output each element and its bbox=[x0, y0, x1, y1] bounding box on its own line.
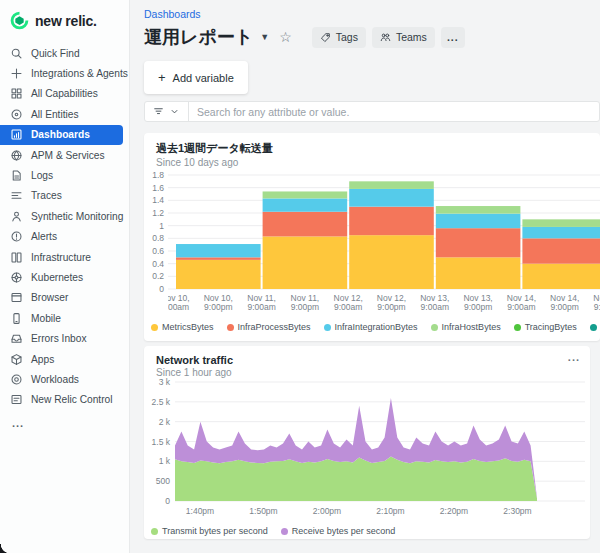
new-relic-logo[interactable]: new relic. bbox=[0, 0, 129, 34]
sidebar-item-label: Logs bbox=[31, 170, 53, 181]
area-chart-legend: Transmit bytes per secondReceive bytes p… bbox=[144, 524, 590, 536]
plus-icon bbox=[10, 67, 23, 80]
area-chart[interactable]: 05001 k1.5 k2 k2.5 k3 k1:40pm1:50pm2:00p… bbox=[144, 378, 590, 524]
header-more-button[interactable]: ... bbox=[441, 27, 465, 48]
chevron-down-icon bbox=[169, 106, 180, 117]
bar-segment[interactable] bbox=[522, 219, 600, 227]
logs-icon bbox=[10, 169, 23, 182]
sidebar-item-alerts[interactable]: Alerts bbox=[0, 227, 129, 247]
sidebar-item-label: Errors Inbox bbox=[31, 333, 86, 344]
sidebar-item-logs[interactable]: Logs bbox=[0, 165, 129, 185]
add-variable-button[interactable]: + Add variable bbox=[144, 61, 248, 94]
filter-icon bbox=[153, 106, 164, 117]
teams-button[interactable]: Teams bbox=[372, 27, 435, 48]
area-series-transmit[interactable] bbox=[175, 457, 537, 501]
legend-item[interactable]: Receive bytes per second bbox=[281, 526, 396, 536]
bar-segment[interactable] bbox=[176, 260, 261, 289]
legend-dot bbox=[281, 528, 288, 535]
bar-segment[interactable] bbox=[263, 191, 348, 198]
bar-segment[interactable] bbox=[436, 206, 521, 214]
sidebar-item-label: Traces bbox=[31, 190, 62, 201]
y-axis-label: 0.2 bbox=[152, 271, 164, 281]
legend-label: InfraProcessBytes bbox=[238, 322, 311, 332]
grid-icon bbox=[10, 87, 23, 100]
legend-item[interactable]: InfraProcessBytes bbox=[227, 322, 311, 332]
x-axis-label: 9:00am bbox=[247, 302, 275, 312]
sidebar-item-quick-find[interactable]: Quick Find bbox=[0, 43, 129, 63]
sidebar-item-workloads[interactable]: Workloads bbox=[0, 369, 129, 389]
bar-chart-legend: MetricsBytesInfraProcessBytesInfraIntegr… bbox=[144, 320, 600, 332]
sidebar-item-infrastructure[interactable]: Infrastructure bbox=[0, 247, 129, 267]
legend-item[interactable]: LoggingBytes bbox=[590, 322, 600, 332]
sidebar-item-all-entities[interactable]: All Entities bbox=[0, 104, 129, 124]
bar-segment[interactable] bbox=[522, 238, 600, 263]
tags-button[interactable]: Tags bbox=[312, 27, 366, 48]
x-axis-label: 9:00am bbox=[421, 302, 449, 312]
apps-icon bbox=[10, 353, 23, 366]
legend-item[interactable]: TracingBytes bbox=[514, 322, 577, 332]
bar-segment[interactable] bbox=[349, 181, 434, 189]
bar-segment[interactable] bbox=[522, 264, 600, 289]
bar-segment[interactable] bbox=[263, 212, 348, 237]
tags-button-label: Tags bbox=[336, 31, 358, 43]
y-axis-label: 0 bbox=[165, 496, 170, 506]
sidebar-item-errors-inbox[interactable]: Errors Inbox bbox=[0, 328, 129, 348]
sidebar-item-apm-services[interactable]: APM & Services bbox=[0, 145, 129, 165]
legend-label: InfraHostBytes bbox=[442, 322, 501, 332]
sidebar-item-browser[interactable]: Browser bbox=[0, 288, 129, 308]
bar-segment[interactable] bbox=[349, 235, 434, 289]
bar-segment[interactable] bbox=[436, 228, 521, 257]
legend-label: InfraIntegrationBytes bbox=[335, 322, 418, 332]
sidebar-more-button[interactable]: ... bbox=[0, 410, 129, 429]
sidebar-item-new-relic-control[interactable]: New Relic Control bbox=[0, 390, 129, 410]
bar-segment[interactable] bbox=[522, 227, 600, 238]
bar-segment[interactable] bbox=[436, 214, 521, 229]
legend-item[interactable]: InfraHostBytes bbox=[431, 322, 501, 332]
legend-item[interactable]: Transmit bytes per second bbox=[151, 526, 268, 536]
dashboards-icon bbox=[10, 128, 23, 141]
bar-segment[interactable] bbox=[263, 236, 348, 289]
workloads-icon bbox=[10, 373, 23, 386]
widget-title: 過去1週間データ転送量 bbox=[156, 141, 588, 156]
bar-segment[interactable] bbox=[176, 244, 261, 257]
breadcrumb[interactable]: Dashboards bbox=[144, 8, 201, 20]
sidebar-item-mobile[interactable]: Mobile bbox=[0, 308, 129, 328]
search-input[interactable] bbox=[189, 106, 599, 118]
y-axis-label: 500 bbox=[156, 476, 170, 486]
legend-item[interactable]: InfraIntegrationBytes bbox=[324, 322, 418, 332]
apm-icon bbox=[10, 149, 23, 162]
bar-segment[interactable] bbox=[263, 198, 348, 211]
y-axis-label: 1.5 k bbox=[152, 437, 171, 447]
sidebar-item-label: Integrations & Agents bbox=[31, 68, 128, 79]
sidebar-item-dashboards[interactable]: Dashboards bbox=[0, 125, 123, 145]
sidebar-item-label: Quick Find bbox=[31, 48, 80, 59]
sidebar-item-kubernetes[interactable]: Kubernetes bbox=[0, 267, 129, 287]
bar-segment[interactable] bbox=[349, 189, 434, 207]
bar-segment[interactable] bbox=[436, 257, 521, 289]
sidebar-item-label: Browser bbox=[31, 292, 68, 303]
sidebar-item-all-capabilities[interactable]: All Capabilities bbox=[0, 84, 129, 104]
chevron-down-icon[interactable]: ▼ bbox=[260, 32, 269, 42]
sidebar-item-traces[interactable]: Traces bbox=[0, 186, 129, 206]
search-bar bbox=[144, 101, 600, 122]
legend-item[interactable]: MetricsBytes bbox=[151, 322, 214, 332]
bar-segment[interactable] bbox=[176, 257, 261, 260]
legend-dot bbox=[151, 528, 158, 535]
bar-segment[interactable] bbox=[349, 207, 434, 236]
x-axis-label: 9:00am bbox=[161, 302, 189, 312]
sidebar-item-label: New Relic Control bbox=[31, 394, 113, 405]
widget-more-button[interactable]: ... bbox=[568, 351, 580, 363]
y-axis-label: 2.5 k bbox=[152, 397, 171, 407]
sidebar-item-synthetic-monitoring[interactable]: Synthetic Monitoring bbox=[0, 206, 129, 226]
sidebar-item-apps[interactable]: Apps bbox=[0, 349, 129, 369]
synthetic-icon bbox=[10, 210, 23, 223]
header-buttons: Tags Teams ... bbox=[312, 27, 465, 48]
widget-subtitle: Since 1 hour ago bbox=[156, 367, 578, 378]
sidebar-item-integrations-agents[interactable]: Integrations & Agents bbox=[0, 63, 129, 83]
entities-icon bbox=[10, 108, 23, 121]
bar-chart[interactable]: 00.20.40.60.811.21.41.61.8Nov 10,9:00amN… bbox=[144, 168, 600, 320]
filter-menu-button[interactable] bbox=[145, 102, 189, 121]
y-axis-label: 2 k bbox=[159, 417, 171, 427]
favorite-star-icon[interactable]: ☆ bbox=[279, 29, 292, 45]
x-axis-label: 9:00pm bbox=[377, 302, 405, 312]
